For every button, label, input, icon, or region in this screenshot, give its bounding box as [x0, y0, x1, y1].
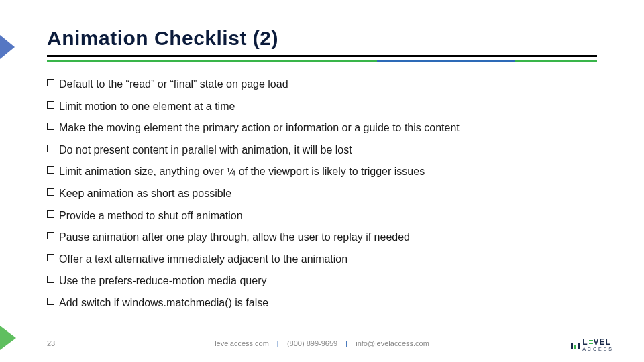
decor-triangle-bottom [0, 326, 16, 350]
checkbox-icon [47, 101, 54, 109]
logo-text: L VEL ACCESS [582, 338, 614, 351]
checklist-item: Use the prefers-reduce-motion media quer… [47, 274, 597, 288]
checklist-text: Use the prefers-reduce-motion media quer… [59, 275, 266, 286]
checklist-text: Pause animation after one play through, … [59, 231, 410, 243]
checklist-item: Limit animation size, anything over ¼ of… [47, 164, 597, 179]
checklist-text: Do not present content in parallel with … [59, 144, 352, 156]
checklist-item: Provide a method to shut off animation [47, 208, 597, 223]
footer-site: levelaccess.com [215, 339, 269, 347]
checkbox-icon [47, 232, 54, 239]
logo-bars-icon [571, 340, 580, 349]
checklist-text: Provide a method to shut off animation [59, 210, 243, 221]
logo-equals-icon [589, 340, 593, 344]
checklist: Default to the “read” or “final” state o… [47, 77, 597, 310]
logo-letter: L [582, 338, 588, 346]
title-underline [47, 55, 597, 57]
slide: Animation Checklist (2) Default to the “… [0, 0, 644, 362]
pipe-icon: | [345, 339, 347, 347]
checkbox-icon [47, 254, 54, 261]
checklist-item: Make the moving element the primary acti… [47, 121, 597, 135]
checklist-text: Keep animation as short as possible [59, 188, 231, 199]
logo-sub: ACCESS [582, 347, 614, 351]
logo-letters: VEL [594, 338, 611, 346]
checklist-text: Default to the “read” or “final” state o… [59, 78, 288, 90]
pipe-icon: | [277, 339, 279, 347]
checkbox-icon [47, 276, 54, 283]
checklist-text: Offer a text alternative immediately adj… [59, 253, 347, 265]
checklist-item: Pause animation after one play through, … [47, 230, 597, 245]
checkbox-icon [47, 188, 54, 196]
decor-triangle-left [0, 35, 15, 59]
checkbox-icon [47, 166, 54, 174]
footer: 23 levelaccess.com | (800) 899-9659 | in… [47, 339, 597, 347]
checklist-item: Default to the “read” or “final” state o… [47, 77, 597, 92]
footer-phone: (800) 899-9659 [287, 339, 337, 347]
checklist-item: Keep animation as short as possible [47, 186, 597, 201]
brand-logo: L VEL ACCESS [571, 338, 614, 351]
checklist-text: Limit motion to one element at a time [59, 101, 235, 112]
checkbox-icon [47, 298, 54, 305]
checkbox-icon [47, 145, 54, 152]
footer-center: levelaccess.com | (800) 899-9659 | info@… [47, 339, 597, 347]
logo-main: L VEL [582, 338, 614, 346]
accent-underline [47, 60, 597, 62]
checklist-item: Do not present content in parallel with … [47, 143, 597, 158]
checklist-item: Add switch if windows.matchmedia() is fa… [47, 296, 597, 310]
footer-email: info@levelaccess.com [356, 339, 429, 347]
slide-title: Animation Checklist (2) [47, 27, 597, 50]
checkbox-icon [47, 123, 54, 130]
checklist-text: Add switch if windows.matchmedia() is fa… [59, 297, 268, 308]
checklist-item: Offer a text alternative immediately adj… [47, 252, 597, 267]
checklist-text: Make the moving element the primary acti… [59, 122, 460, 133]
checklist-item: Limit motion to one element at a time [47, 99, 597, 114]
checklist-text: Limit animation size, anything over ¼ of… [59, 166, 425, 177]
checkbox-icon [47, 210, 54, 218]
checkbox-icon [47, 79, 54, 86]
